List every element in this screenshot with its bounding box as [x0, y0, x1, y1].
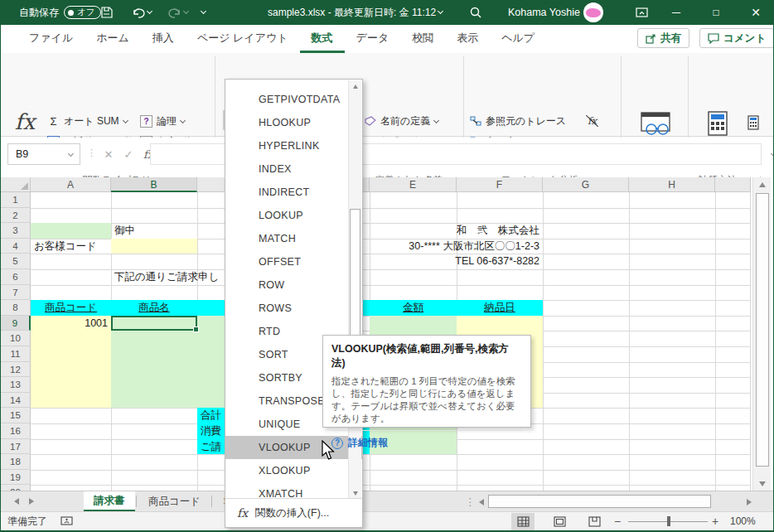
- column-header-partial[interactable]: [715, 177, 751, 192]
- cell-A9[interactable]: 1001: [31, 316, 111, 331]
- selected-cell-B9[interactable]: [111, 316, 197, 331]
- row-header-19[interactable]: 19: [1, 470, 31, 486]
- cell-A10:A14[interactable]: [31, 331, 111, 408]
- tabbar-splitter[interactable]: ⋮: [465, 496, 476, 508]
- row-header-12[interactable]: 12: [1, 362, 31, 378]
- sheet-tab-商品コード[interactable]: 商品コード: [138, 491, 210, 511]
- ribbon-tab-表示[interactable]: 表示: [445, 31, 490, 53]
- logical-button[interactable]: ? 論理: [140, 111, 185, 131]
- search-icon[interactable]: [469, 0, 482, 25]
- row-header-8[interactable]: 8: [1, 300, 31, 316]
- insert-function-menu-item[interactable]: fx 関数の挿入(F)...: [225, 498, 362, 527]
- page-break-view-button[interactable]: [583, 513, 606, 530]
- dropdown-item-ROWS[interactable]: ROWS: [225, 297, 362, 320]
- horizontal-scrollbar[interactable]: [475, 495, 755, 509]
- row-header-17[interactable]: 17: [1, 439, 31, 455]
- dropdown-item-GETPIVOTDATA[interactable]: GETPIVOTDATA: [225, 88, 362, 111]
- page-layout-view-button[interactable]: [548, 513, 571, 530]
- select-all-corner[interactable]: [1, 177, 31, 192]
- scroll-up-arrow[interactable]: [753, 177, 772, 191]
- vertical-scrollbar[interactable]: [752, 177, 771, 491]
- name-box[interactable]: B9: [7, 143, 80, 165]
- calculate-now-button[interactable]: [747, 113, 760, 133]
- quick-access-chevron[interactable]: [201, 0, 206, 25]
- dropdown-item-HLOOKUP[interactable]: HLOOKUP: [225, 111, 362, 134]
- row-header-4[interactable]: 4: [1, 239, 31, 254]
- ribbon-display-options-icon[interactable]: [629, 0, 654, 25]
- dropdown-item-INDIRECT[interactable]: INDIRECT: [225, 181, 362, 204]
- cell-A3[interactable]: [31, 223, 111, 239]
- row-header-6[interactable]: 6: [1, 269, 31, 285]
- scroll-right-arrow[interactable]: [743, 495, 755, 509]
- maximize-button[interactable]: □: [704, 0, 728, 25]
- document-title[interactable]: sample3.xlsx - 最終更新日時: 金 11:12: [268, 0, 443, 25]
- row-header-5[interactable]: 5: [1, 254, 31, 269]
- dropdown-item-XMATCH[interactable]: XMATCH: [225, 482, 362, 500]
- cell-B4[interactable]: [111, 239, 197, 254]
- cell-A8[interactable]: 商品コード: [31, 300, 111, 316]
- column-header-B[interactable]: B: [111, 177, 197, 192]
- cell-A4[interactable]: お客様コード: [31, 239, 111, 254]
- accessibility-icon[interactable]: [60, 512, 73, 530]
- avatar[interactable]: [583, 0, 603, 25]
- autosum-button[interactable]: Σ オート SUM: [47, 111, 128, 131]
- define-name-button[interactable]: 名前の定義: [364, 111, 438, 131]
- vertical-scroll-thumb[interactable]: [756, 193, 769, 467]
- ribbon-tab-挿入[interactable]: 挿入: [141, 31, 186, 53]
- dropdown-item-HYPERLINK[interactable]: HYPERLINK: [225, 134, 362, 157]
- column-header-A[interactable]: A: [31, 177, 111, 192]
- dropdown-item-XLOOKUP[interactable]: XLOOKUP: [225, 459, 362, 482]
- row-header-9[interactable]: 9: [1, 316, 31, 331]
- column-header-F[interactable]: F: [457, 177, 543, 192]
- dropdown-item-INDEX[interactable]: INDEX: [225, 157, 362, 181]
- dropdown-item-MATCH[interactable]: MATCH: [225, 227, 362, 250]
- ribbon-tab-数式[interactable]: 数式: [300, 31, 345, 53]
- ribbon-tab-データ[interactable]: データ: [345, 31, 401, 53]
- formula-bar-expand-chevron[interactable]: [763, 143, 774, 165]
- row-header-2[interactable]: 2: [1, 208, 31, 224]
- close-button[interactable]: ✕: [743, 0, 768, 25]
- save-icon[interactable]: [100, 0, 114, 25]
- zoom-slider-thumb[interactable]: [667, 516, 670, 526]
- row-header-20[interactable]: 20: [1, 485, 31, 491]
- scroll-left-arrow[interactable]: [475, 495, 487, 509]
- undo-button[interactable]: [132, 0, 152, 25]
- minimize-button[interactable]: ─: [664, 0, 689, 25]
- row-header-3[interactable]: 3: [1, 223, 31, 239]
- zoom-out-button[interactable]: −: [614, 512, 621, 530]
- show-formulas-button[interactable]: fx: [586, 111, 598, 131]
- autosave-toggle[interactable]: 自動保存 オフ: [19, 0, 101, 25]
- normal-view-button[interactable]: [511, 513, 535, 530]
- sheet-nav-arrows[interactable]: [4, 491, 44, 511]
- cell-B8[interactable]: 商品名: [111, 300, 197, 316]
- row-header-15[interactable]: 15: [1, 408, 31, 423]
- row-header-16[interactable]: 16: [1, 423, 31, 439]
- ribbon-tab-校閲[interactable]: 校閲: [400, 31, 445, 53]
- zoom-in-button[interactable]: +: [712, 512, 718, 530]
- ribbon-tab-ファイル[interactable]: ファイル: [17, 31, 85, 53]
- row-header-7[interactable]: 7: [1, 285, 31, 301]
- column-header-G[interactable]: G: [543, 177, 629, 192]
- row-header-1[interactable]: 1: [1, 192, 31, 208]
- comments-button[interactable]: コメント: [699, 28, 774, 48]
- row-header-13[interactable]: 13: [1, 377, 31, 393]
- user-name[interactable]: Kohama Yoshie: [508, 0, 580, 25]
- dropdown-item-LOOKUP[interactable]: LOOKUP: [225, 204, 362, 227]
- dropdown-item-OFFSET[interactable]: OFFSET: [225, 250, 362, 273]
- horizontal-scroll-thumb[interactable]: [488, 495, 711, 508]
- column-header-E[interactable]: E: [370, 177, 457, 192]
- share-button[interactable]: 共有: [637, 28, 689, 48]
- sheet-tab-請求書[interactable]: 請求書: [84, 491, 135, 511]
- formula-bar-handle[interactable]: ⋮: [87, 148, 96, 158]
- dropdown-item-ROW[interactable]: ROW: [225, 273, 362, 297]
- tell-me-more-link[interactable]: ? 詳細情報: [331, 436, 522, 450]
- cell-E8[interactable]: 金額: [370, 300, 457, 316]
- zoom-level[interactable]: 100%: [730, 512, 756, 530]
- row-header-10[interactable]: 10: [1, 331, 31, 346]
- row-header-14[interactable]: 14: [1, 393, 31, 409]
- dropdown-scroll-up-arrow[interactable]: [349, 80, 362, 93]
- ribbon-tab-ページ レイアウト[interactable]: ページ レイアウト: [186, 31, 300, 53]
- trace-precedents-button[interactable]: 参照元のトレース: [469, 111, 566, 131]
- column-header-H[interactable]: H: [629, 177, 715, 192]
- ribbon-tab-ホーム[interactable]: ホーム: [85, 31, 141, 53]
